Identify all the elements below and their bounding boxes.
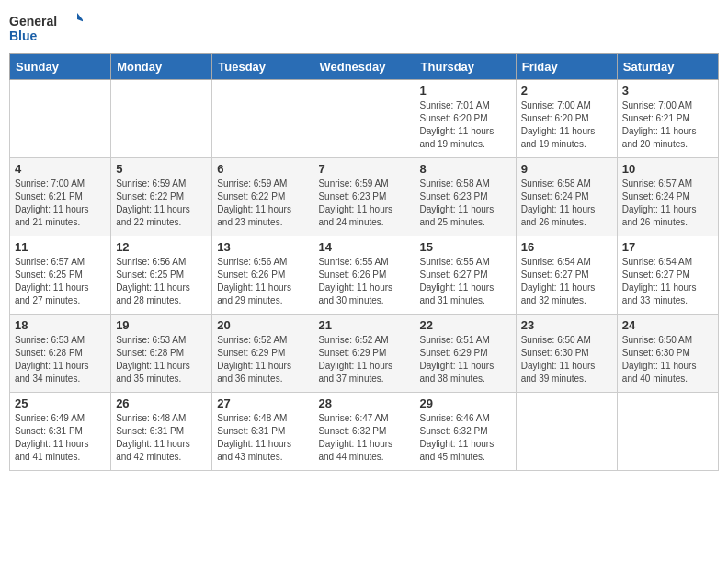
calendar-cell: 22Sunrise: 6:51 AM Sunset: 6:29 PM Dayli…: [415, 315, 516, 393]
day-info: Sunrise: 6:50 AM Sunset: 6:30 PM Dayligh…: [622, 334, 713, 385]
calendar-week-5: 25Sunrise: 6:49 AM Sunset: 6:31 PM Dayli…: [10, 393, 719, 471]
day-info: Sunrise: 6:48 AM Sunset: 6:31 PM Dayligh…: [217, 412, 308, 464]
logo: General Blue: [9, 9, 83, 46]
calendar-cell: [516, 393, 617, 471]
day-number: 7: [318, 162, 409, 176]
logo-svg: General Blue: [9, 9, 83, 46]
day-info: Sunrise: 6:51 AM Sunset: 6:29 PM Dayligh…: [420, 334, 511, 385]
day-number: 25: [15, 396, 106, 410]
day-info: Sunrise: 6:53 AM Sunset: 6:28 PM Dayligh…: [116, 334, 207, 385]
day-info: Sunrise: 6:49 AM Sunset: 6:31 PM Dayligh…: [15, 412, 106, 464]
calendar-cell: 3Sunrise: 7:00 AM Sunset: 6:21 PM Daylig…: [617, 80, 718, 158]
day-number: 13: [217, 240, 308, 254]
calendar-cell: 20Sunrise: 6:52 AM Sunset: 6:29 PM Dayli…: [212, 315, 313, 393]
day-number: 1: [420, 84, 511, 98]
day-info: Sunrise: 6:58 AM Sunset: 6:23 PM Dayligh…: [420, 178, 511, 229]
day-info: Sunrise: 7:01 AM Sunset: 6:20 PM Dayligh…: [420, 99, 511, 151]
calendar-cell: 11Sunrise: 6:57 AM Sunset: 6:25 PM Dayli…: [10, 236, 111, 315]
day-info: Sunrise: 6:46 AM Sunset: 6:32 PM Dayligh…: [420, 412, 511, 464]
day-info: Sunrise: 6:48 AM Sunset: 6:31 PM Dayligh…: [116, 412, 207, 464]
day-info: Sunrise: 6:59 AM Sunset: 6:23 PM Dayligh…: [318, 178, 409, 229]
day-info: Sunrise: 6:59 AM Sunset: 6:22 PM Dayligh…: [217, 178, 308, 229]
day-info: Sunrise: 6:50 AM Sunset: 6:30 PM Dayligh…: [521, 334, 612, 385]
calendar-cell: 23Sunrise: 6:50 AM Sunset: 6:30 PM Dayli…: [516, 315, 617, 393]
day-info: Sunrise: 6:59 AM Sunset: 6:22 PM Dayligh…: [116, 178, 207, 229]
day-info: Sunrise: 6:56 AM Sunset: 6:25 PM Dayligh…: [116, 256, 207, 307]
calendar-cell: 9Sunrise: 6:58 AM Sunset: 6:24 PM Daylig…: [516, 158, 617, 236]
day-info: Sunrise: 6:58 AM Sunset: 6:24 PM Dayligh…: [521, 178, 612, 229]
calendar-body: 1Sunrise: 7:01 AM Sunset: 6:20 PM Daylig…: [10, 80, 719, 471]
calendar-cell: 6Sunrise: 6:59 AM Sunset: 6:22 PM Daylig…: [212, 158, 313, 236]
calendar: SundayMondayTuesdayWednesdayThursdayFrid…: [9, 53, 719, 471]
svg-text:General: General: [9, 14, 57, 29]
calendar-cell: 5Sunrise: 6:59 AM Sunset: 6:22 PM Daylig…: [111, 158, 212, 236]
day-number: 10: [622, 162, 713, 176]
calendar-header-sunday: Sunday: [10, 54, 111, 80]
day-info: Sunrise: 6:47 AM Sunset: 6:32 PM Dayligh…: [318, 412, 409, 464]
day-number: 20: [217, 318, 308, 332]
calendar-header-wednesday: Wednesday: [313, 54, 415, 80]
day-info: Sunrise: 6:52 AM Sunset: 6:29 PM Dayligh…: [318, 334, 409, 385]
day-number: 4: [15, 162, 106, 176]
day-number: 27: [217, 396, 308, 410]
day-number: 21: [318, 318, 409, 332]
calendar-header-thursday: Thursday: [415, 54, 516, 80]
calendar-cell: [617, 393, 718, 471]
calendar-cell: 17Sunrise: 6:54 AM Sunset: 6:27 PM Dayli…: [617, 236, 718, 315]
calendar-cell: 10Sunrise: 6:57 AM Sunset: 6:24 PM Dayli…: [617, 158, 718, 236]
calendar-week-4: 18Sunrise: 6:53 AM Sunset: 6:28 PM Dayli…: [10, 315, 719, 393]
calendar-cell: 26Sunrise: 6:48 AM Sunset: 6:31 PM Dayli…: [111, 393, 212, 471]
day-info: Sunrise: 6:56 AM Sunset: 6:26 PM Dayligh…: [217, 256, 308, 307]
day-info: Sunrise: 7:00 AM Sunset: 6:20 PM Dayligh…: [521, 99, 612, 151]
day-info: Sunrise: 6:55 AM Sunset: 6:27 PM Dayligh…: [420, 256, 511, 307]
day-number: 14: [318, 240, 409, 254]
calendar-cell: 14Sunrise: 6:55 AM Sunset: 6:26 PM Dayli…: [313, 236, 415, 315]
day-number: 8: [420, 162, 511, 176]
calendar-header-friday: Friday: [516, 54, 617, 80]
day-number: 2: [521, 84, 612, 98]
day-number: 23: [521, 318, 612, 332]
calendar-header-monday: Monday: [111, 54, 212, 80]
calendar-cell: 18Sunrise: 6:53 AM Sunset: 6:28 PM Dayli…: [10, 315, 111, 393]
calendar-cell: [111, 80, 212, 158]
calendar-cell: 2Sunrise: 7:00 AM Sunset: 6:20 PM Daylig…: [516, 80, 617, 158]
calendar-cell: 12Sunrise: 6:56 AM Sunset: 6:25 PM Dayli…: [111, 236, 212, 315]
day-number: 24: [622, 318, 713, 332]
calendar-week-1: 1Sunrise: 7:01 AM Sunset: 6:20 PM Daylig…: [10, 80, 719, 158]
day-info: Sunrise: 6:54 AM Sunset: 6:27 PM Dayligh…: [521, 256, 612, 307]
calendar-cell: 28Sunrise: 6:47 AM Sunset: 6:32 PM Dayli…: [313, 393, 415, 471]
day-info: Sunrise: 6:53 AM Sunset: 6:28 PM Dayligh…: [15, 334, 106, 385]
calendar-header-saturday: Saturday: [617, 54, 718, 80]
calendar-cell: 13Sunrise: 6:56 AM Sunset: 6:26 PM Dayli…: [212, 236, 313, 315]
svg-marker-2: [77, 13, 83, 22]
calendar-cell: 8Sunrise: 6:58 AM Sunset: 6:23 PM Daylig…: [415, 158, 516, 236]
day-number: 5: [116, 162, 207, 176]
day-number: 9: [521, 162, 612, 176]
calendar-cell: 7Sunrise: 6:59 AM Sunset: 6:23 PM Daylig…: [313, 158, 415, 236]
day-number: 29: [420, 396, 511, 410]
calendar-cell: 4Sunrise: 7:00 AM Sunset: 6:21 PM Daylig…: [10, 158, 111, 236]
calendar-cell: 1Sunrise: 7:01 AM Sunset: 6:20 PM Daylig…: [415, 80, 516, 158]
calendar-cell: [212, 80, 313, 158]
day-info: Sunrise: 6:55 AM Sunset: 6:26 PM Dayligh…: [318, 256, 409, 307]
day-info: Sunrise: 6:57 AM Sunset: 6:25 PM Dayligh…: [15, 256, 106, 307]
day-number: 19: [116, 318, 207, 332]
day-number: 17: [622, 240, 713, 254]
day-info: Sunrise: 6:54 AM Sunset: 6:27 PM Dayligh…: [622, 256, 713, 307]
calendar-cell: 19Sunrise: 6:53 AM Sunset: 6:28 PM Dayli…: [111, 315, 212, 393]
day-number: 16: [521, 240, 612, 254]
calendar-cell: 27Sunrise: 6:48 AM Sunset: 6:31 PM Dayli…: [212, 393, 313, 471]
calendar-week-3: 11Sunrise: 6:57 AM Sunset: 6:25 PM Dayli…: [10, 236, 719, 315]
day-number: 15: [420, 240, 511, 254]
header: General Blue: [9, 9, 719, 46]
calendar-cell: [10, 80, 111, 158]
day-number: 18: [15, 318, 106, 332]
calendar-cell: 29Sunrise: 6:46 AM Sunset: 6:32 PM Dayli…: [415, 393, 516, 471]
calendar-header-row: SundayMondayTuesdayWednesdayThursdayFrid…: [10, 54, 719, 80]
day-number: 26: [116, 396, 207, 410]
day-number: 28: [318, 396, 409, 410]
calendar-cell: 25Sunrise: 6:49 AM Sunset: 6:31 PM Dayli…: [10, 393, 111, 471]
day-number: 11: [15, 240, 106, 254]
day-info: Sunrise: 6:57 AM Sunset: 6:24 PM Dayligh…: [622, 178, 713, 229]
calendar-cell: [313, 80, 415, 158]
